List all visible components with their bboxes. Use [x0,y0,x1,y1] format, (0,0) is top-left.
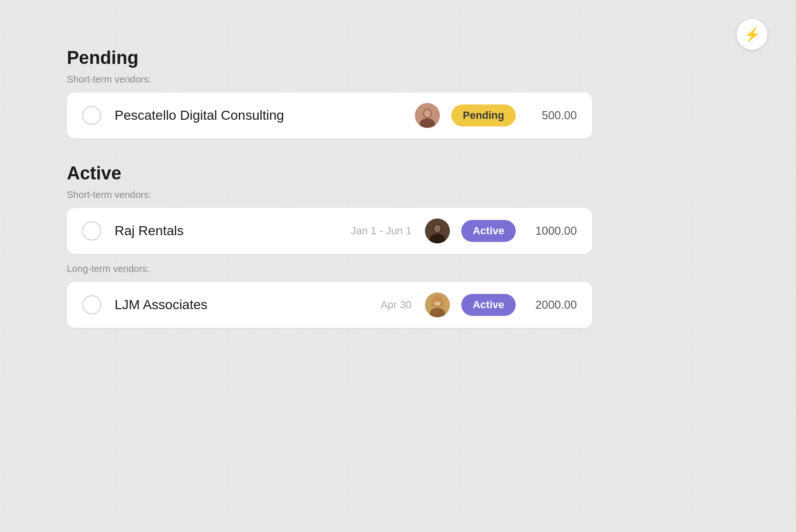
active-long-term-label: Long-term vendors: [67,263,592,274]
status-badge-pescatello: Pending [451,104,516,126]
active-section-title: Active [67,163,592,184]
status-badge-ljm: Active [461,294,516,316]
lightning-button[interactable]: ⚡ [737,19,767,50]
avatar-raj [425,219,450,243]
amount-raj: 1000.00 [529,224,577,238]
main-container: Pending Short-term vendors: Pescatello D… [67,48,592,328]
amount-ljm: 2000.00 [529,298,577,312]
vendor-name-ljm: LJM Associates [115,297,381,313]
vendor-checkbox-pescatello[interactable] [82,106,101,125]
pending-short-term-label: Short-term vendors: [67,74,592,85]
vendor-checkbox-ljm[interactable] [82,295,101,314]
vendor-card-raj: Raj Rentals Jan 1 - Jun 1 Active 1000.00 [67,208,592,254]
vendor-card-pescatello: Pescatello Digital Consulting Pending 50… [67,93,592,138]
svg-point-7 [434,225,441,232]
vendor-name-pescatello: Pescatello Digital Consulting [115,108,415,123]
vendor-checkbox-raj[interactable] [82,221,101,240]
active-section: Active Short-term vendors: Raj Rentals J… [67,163,592,328]
vendor-date-raj: Jan 1 - Jun 1 [351,225,412,237]
pending-section: Pending Short-term vendors: Pescatello D… [67,48,592,138]
svg-point-13 [431,299,435,307]
pending-section-title: Pending [67,48,592,68]
vendor-date-ljm: Apr 30 [381,299,412,311]
amount-pescatello: 500.00 [529,109,577,122]
active-short-term-label: Short-term vendors: [67,189,592,200]
avatar-pescatello [415,103,440,128]
vendor-card-ljm: LJM Associates Apr 30 Active 2000.00 [67,282,592,328]
svg-point-3 [424,110,431,117]
lightning-icon: ⚡ [744,27,761,42]
status-badge-raj: Active [461,220,516,242]
avatar-ljm [425,292,450,317]
vendor-name-raj: Raj Rentals [115,223,351,239]
svg-point-14 [440,299,444,307]
